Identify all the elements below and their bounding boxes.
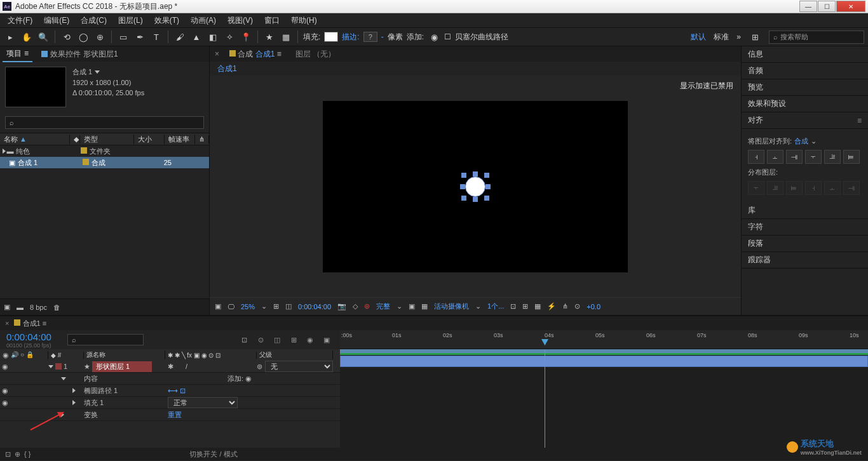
pan-behind-tool[interactable]: ⊕	[93, 30, 106, 43]
pixel-icon[interactable]: ▦	[534, 302, 541, 311]
panel-paragraph[interactable]: 段落	[742, 236, 868, 252]
timeline-tab[interactable]: 合成1 ≡	[14, 319, 46, 328]
flowchart-icon[interactable]: ⋔	[562, 302, 568, 311]
puppet-tool[interactable]: 📍	[240, 30, 252, 43]
col-fps[interactable]: 帧速率	[165, 135, 195, 144]
guides-icon[interactable]: ⊞	[522, 302, 528, 311]
align-top[interactable]: ⫟	[805, 150, 822, 164]
resolution-dropdown[interactable]: 完整	[376, 302, 390, 311]
exposure-value[interactable]: +0.0	[587, 303, 600, 311]
exposure-icon[interactable]: ⊙	[574, 302, 580, 311]
camera-dropdown[interactable]: 活动摄像机	[434, 302, 469, 311]
eraser-tool[interactable]: ◧	[207, 30, 219, 43]
tab-close-icon[interactable]: ×	[215, 50, 219, 58]
res-chevron-icon[interactable]: ⌄	[397, 302, 402, 311]
layer-name[interactable]: 形状图层 1	[92, 361, 152, 372]
workspace-standard[interactable]: 标准	[714, 32, 729, 43]
roi-icon[interactable]: ▣	[409, 302, 415, 311]
col-tag[interactable]: ◆	[70, 135, 80, 144]
parent-dropdown[interactable]: 无	[265, 361, 333, 372]
fast-preview-icon[interactable]: ⚡	[547, 302, 556, 311]
frame-blend-icon[interactable]: ◫	[271, 334, 283, 345]
bpc-button[interactable]: 8 bpc	[30, 304, 47, 311]
handle-tr[interactable]	[484, 173, 489, 178]
shy-icon[interactable]: ⊙	[255, 334, 266, 345]
col-name[interactable]: 名称 ▲	[0, 135, 70, 144]
pen-tool[interactable]: ✒	[133, 30, 146, 43]
pickwhip-icon[interactable]: ⊚	[257, 363, 262, 371]
panel-library[interactable]: 库	[742, 203, 868, 219]
stroke-swatch[interactable]: ?	[363, 32, 377, 42]
fill-mode-dropdown[interactable]: 正常	[168, 397, 238, 408]
snapshot-icon[interactable]: 📷	[337, 302, 346, 311]
workspace-default[interactable]: 默认	[691, 32, 706, 43]
toggle-icon[interactable]: ⊡	[5, 450, 11, 458]
graph-icon[interactable]: ◉	[304, 334, 316, 345]
project-row-folder[interactable]: ▬ 纯色 文件夹	[0, 145, 209, 157]
brush-tool[interactable]: 🖌	[173, 30, 186, 43]
comp-tab[interactable]: 合成 合成1 ≡	[226, 47, 285, 62]
maximize-button[interactable]: ☐	[818, 1, 836, 12]
menu-help[interactable]: 帮助(H)	[286, 14, 322, 27]
tab-close-icon[interactable]: ×	[5, 319, 9, 327]
project-tab[interactable]: 项目 ≡	[3, 46, 32, 62]
menu-layer[interactable]: 图层(L)	[113, 14, 148, 27]
switches-toggle[interactable]: 切换开关 / 模式	[189, 450, 237, 459]
comp-mini-icon[interactable]: ⊡	[238, 334, 250, 345]
text-tool[interactable]: T	[150, 30, 163, 43]
current-time[interactable]: 0:00:04:00 00100 (25.00 fps)	[0, 331, 64, 349]
panel-character[interactable]: 字符	[742, 219, 868, 236]
panel-align[interactable]: 对齐≡	[742, 112, 868, 129]
current-time[interactable]: 0:00:04:00	[298, 303, 331, 311]
timeline-search[interactable]: ⌕	[67, 334, 144, 345]
cam-chevron-icon[interactable]: ⌄	[475, 302, 481, 311]
eye-icon[interactable]: ◉	[3, 351, 9, 359]
layer-tab[interactable]: 图层 （无）	[292, 47, 339, 62]
align-vcenter[interactable]: ⫡	[824, 150, 841, 164]
rotate-tool[interactable]: ◯	[77, 30, 90, 43]
render-icon[interactable]: ⊕	[15, 450, 20, 458]
monitor-icon[interactable]: 🖵	[227, 303, 234, 311]
align-to-dropdown[interactable]: 合成	[794, 137, 808, 146]
handle-br[interactable]	[484, 196, 489, 201]
align-bottom[interactable]: ⫢	[843, 150, 860, 164]
col-source-name[interactable]: 源名称	[84, 351, 165, 359]
col-size[interactable]: 大小	[134, 135, 165, 144]
menu-effect[interactable]: 效果(T)	[149, 14, 184, 27]
playhead[interactable]	[545, 349, 545, 448]
solo-icon[interactable]: ○	[20, 351, 24, 359]
add-menu-icon[interactable]: ◉	[245, 375, 252, 383]
handle-tl[interactable]	[461, 173, 466, 178]
menu-window[interactable]: 窗口	[259, 14, 285, 27]
comp-breadcrumb[interactable]: 合成1	[210, 62, 741, 76]
handle-bm[interactable]	[473, 197, 478, 202]
ellipse-shape[interactable]	[465, 177, 485, 197]
panel-preview[interactable]: 预览	[742, 79, 868, 96]
handle-lm[interactable]	[460, 184, 465, 189]
menu-edit[interactable]: 编辑(E)	[39, 14, 74, 27]
panel-audio[interactable]: 音频	[742, 63, 868, 79]
fill-swatch[interactable]	[324, 32, 338, 42]
close-button[interactable]: ✕	[836, 1, 865, 12]
help-search[interactable]: ⌕ 搜索帮助	[769, 30, 864, 44]
rectangle-tool[interactable]: ▭	[117, 30, 130, 43]
reset-link[interactable]: 重置	[168, 410, 182, 420]
contents-row[interactable]: 内容 添加: ◉	[0, 373, 340, 385]
hand-tool[interactable]: ✋	[20, 30, 33, 43]
menu-composition[interactable]: 合成(C)	[76, 14, 112, 27]
layout-icon[interactable]: ⊞	[749, 30, 761, 43]
selection-tool[interactable]: ▸	[4, 30, 17, 43]
new-folder-icon[interactable]: ▬	[17, 304, 24, 311]
comp-viewer[interactable]: 显示加速已禁用	[210, 76, 741, 297]
stroke-label[interactable]: 描边:	[342, 32, 359, 43]
zoom-chevron-icon[interactable]: ⌄	[261, 302, 267, 311]
trash-icon[interactable]: 🗑	[53, 304, 60, 311]
mask-icon[interactable]: ◫	[285, 302, 292, 311]
brace-icon[interactable]: { }	[24, 450, 31, 458]
transparency-icon[interactable]: ▦	[421, 302, 428, 311]
add-menu-icon[interactable]: ◉	[428, 30, 440, 43]
effect-controls-tab[interactable]: 效果控件 形状图层1	[37, 47, 122, 62]
roto-tool[interactable]: ✧	[223, 30, 236, 43]
col-flow[interactable]: ⋔	[195, 135, 209, 144]
align-right[interactable]: ⫣	[786, 150, 803, 164]
